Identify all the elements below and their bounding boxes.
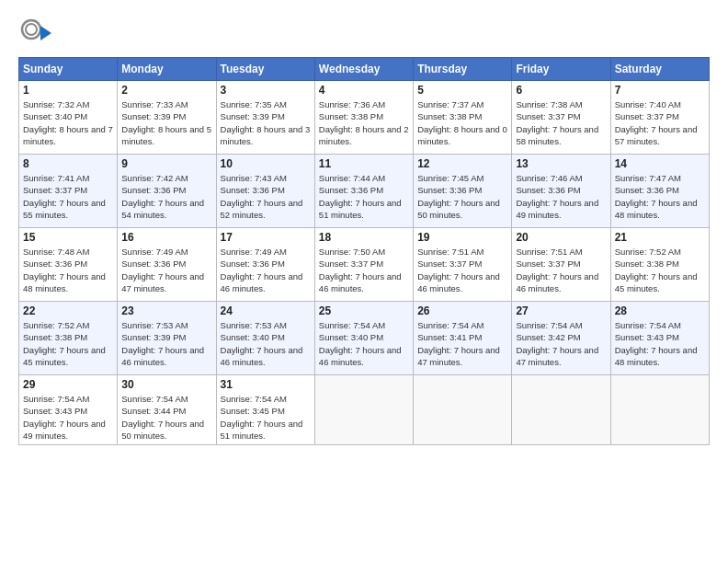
- calendar-cell: 3 Sunrise: 7:35 AMSunset: 3:39 PMDayligh…: [216, 81, 314, 155]
- day-number: 11: [319, 157, 409, 170]
- calendar-cell: 6 Sunrise: 7:38 AMSunset: 3:37 PMDayligh…: [512, 81, 610, 155]
- calendar-cell: 14 Sunrise: 7:47 AMSunset: 3:36 PMDaylig…: [610, 155, 709, 228]
- day-number: 20: [516, 231, 606, 244]
- page: SundayMondayTuesdayWednesdayThursdayFrid…: [0, 0, 728, 563]
- day-number: 28: [615, 304, 705, 317]
- calendar-cell: 26 Sunrise: 7:54 AMSunset: 3:41 PMDaylig…: [414, 302, 512, 375]
- day-info: Sunrise: 7:54 AMSunset: 3:44 PMDaylight:…: [121, 394, 204, 441]
- calendar-cell: 15 Sunrise: 7:48 AMSunset: 3:36 PMDaylig…: [19, 228, 118, 302]
- calendar-cell: 27 Sunrise: 7:54 AMSunset: 3:42 PMDaylig…: [512, 302, 610, 375]
- day-info: Sunrise: 7:43 AMSunset: 3:36 PMDaylight:…: [221, 173, 303, 220]
- day-info: Sunrise: 7:53 AMSunset: 3:39 PMDaylight:…: [121, 320, 204, 367]
- calendar-cell: 13 Sunrise: 7:46 AMSunset: 3:36 PMDaylig…: [512, 155, 610, 228]
- day-number: 12: [417, 157, 507, 170]
- logo-icon: [18, 17, 51, 50]
- calendar-cell: 2 Sunrise: 7:33 AMSunset: 3:39 PMDayligh…: [118, 81, 216, 155]
- weekday-header-row: SundayMondayTuesdayWednesdayThursdayFrid…: [19, 58, 710, 81]
- day-number: 5: [417, 84, 507, 97]
- calendar-cell: 23 Sunrise: 7:53 AMSunset: 3:39 PMDaylig…: [118, 302, 216, 375]
- calendar-cell: 18 Sunrise: 7:50 AMSunset: 3:37 PMDaylig…: [314, 228, 413, 302]
- calendar-cell: 19 Sunrise: 7:51 AMSunset: 3:37 PMDaylig…: [414, 228, 512, 302]
- day-info: Sunrise: 7:52 AMSunset: 3:38 PMDaylight:…: [615, 247, 698, 293]
- day-number: 21: [615, 231, 705, 244]
- day-number: 14: [615, 157, 705, 170]
- day-number: 10: [221, 157, 311, 170]
- day-number: 16: [121, 231, 211, 244]
- day-info: Sunrise: 7:54 AMSunset: 3:41 PMDaylight:…: [417, 320, 500, 367]
- day-info: Sunrise: 7:47 AMSunset: 3:36 PMDaylight:…: [615, 173, 698, 220]
- day-number: 3: [221, 84, 311, 97]
- calendar-cell: [414, 375, 512, 445]
- day-number: 29: [23, 378, 113, 391]
- calendar-cell: 17 Sunrise: 7:49 AMSunset: 3:36 PMDaylig…: [216, 228, 314, 302]
- weekday-header-wednesday: Wednesday: [314, 58, 413, 81]
- day-number: 7: [615, 84, 705, 97]
- weekday-header-thursday: Thursday: [414, 58, 512, 81]
- calendar-cell: 31 Sunrise: 7:54 AMSunset: 3:45 PMDaylig…: [216, 375, 314, 445]
- day-info: Sunrise: 7:38 AMSunset: 3:37 PMDaylight:…: [516, 99, 598, 146]
- calendar-cell: 12 Sunrise: 7:45 AMSunset: 3:36 PMDaylig…: [414, 155, 512, 228]
- day-number: 13: [516, 157, 606, 170]
- day-info: Sunrise: 7:54 AMSunset: 3:43 PMDaylight:…: [23, 394, 106, 441]
- calendar-cell: 8 Sunrise: 7:41 AMSunset: 3:37 PMDayligh…: [19, 155, 118, 228]
- logo: [18, 17, 55, 50]
- header: [18, 17, 710, 50]
- weekday-header-tuesday: Tuesday: [216, 58, 314, 81]
- day-number: 24: [221, 304, 311, 317]
- day-number: 6: [516, 84, 606, 97]
- day-number: 2: [121, 84, 211, 97]
- day-info: Sunrise: 7:41 AMSunset: 3:37 PMDaylight:…: [23, 173, 106, 220]
- day-info: Sunrise: 7:52 AMSunset: 3:38 PMDaylight:…: [23, 320, 106, 367]
- day-number: 4: [319, 84, 409, 97]
- day-info: Sunrise: 7:54 AMSunset: 3:45 PMDaylight:…: [221, 394, 303, 441]
- calendar-cell: 25 Sunrise: 7:54 AMSunset: 3:40 PMDaylig…: [314, 302, 413, 375]
- calendar-cell: 10 Sunrise: 7:43 AMSunset: 3:36 PMDaylig…: [216, 155, 314, 228]
- day-number: 17: [221, 231, 311, 244]
- calendar-cell: 24 Sunrise: 7:53 AMSunset: 3:40 PMDaylig…: [216, 302, 314, 375]
- day-info: Sunrise: 7:53 AMSunset: 3:40 PMDaylight:…: [221, 320, 303, 367]
- calendar-cell: 1 Sunrise: 7:32 AMSunset: 3:40 PMDayligh…: [19, 81, 118, 155]
- day-number: 1: [23, 84, 113, 97]
- day-info: Sunrise: 7:49 AMSunset: 3:36 PMDaylight:…: [121, 247, 204, 293]
- day-number: 31: [221, 378, 311, 391]
- day-info: Sunrise: 7:45 AMSunset: 3:36 PMDaylight:…: [417, 173, 500, 220]
- calendar-cell: [512, 375, 610, 445]
- day-number: 9: [121, 157, 211, 170]
- weekday-header-sunday: Sunday: [19, 58, 118, 81]
- day-info: Sunrise: 7:54 AMSunset: 3:43 PMDaylight:…: [615, 320, 698, 367]
- calendar-cell: 28 Sunrise: 7:54 AMSunset: 3:43 PMDaylig…: [610, 302, 709, 375]
- calendar-cell: [314, 375, 413, 445]
- day-number: 27: [516, 304, 606, 317]
- weekday-header-monday: Monday: [118, 58, 216, 81]
- day-number: 26: [417, 304, 507, 317]
- day-info: Sunrise: 7:37 AMSunset: 3:38 PMDaylight:…: [417, 99, 507, 146]
- calendar-cell: 7 Sunrise: 7:40 AMSunset: 3:37 PMDayligh…: [610, 81, 709, 155]
- day-number: 8: [23, 157, 113, 170]
- day-info: Sunrise: 7:51 AMSunset: 3:37 PMDaylight:…: [417, 247, 500, 293]
- day-number: 25: [319, 304, 409, 317]
- calendar-cell: 20 Sunrise: 7:51 AMSunset: 3:37 PMDaylig…: [512, 228, 610, 302]
- calendar-cell: [610, 375, 709, 445]
- day-info: Sunrise: 7:44 AMSunset: 3:36 PMDaylight:…: [319, 173, 402, 220]
- weekday-header-saturday: Saturday: [610, 58, 709, 81]
- weekday-header-friday: Friday: [512, 58, 610, 81]
- day-info: Sunrise: 7:48 AMSunset: 3:36 PMDaylight:…: [23, 247, 106, 293]
- calendar-cell: 11 Sunrise: 7:44 AMSunset: 3:36 PMDaylig…: [314, 155, 413, 228]
- day-number: 18: [319, 231, 409, 244]
- day-info: Sunrise: 7:50 AMSunset: 3:37 PMDaylight:…: [319, 247, 402, 293]
- day-info: Sunrise: 7:49 AMSunset: 3:36 PMDaylight:…: [221, 247, 303, 293]
- day-info: Sunrise: 7:51 AMSunset: 3:37 PMDaylight:…: [516, 247, 598, 293]
- day-info: Sunrise: 7:42 AMSunset: 3:36 PMDaylight:…: [121, 173, 204, 220]
- calendar-cell: 29 Sunrise: 7:54 AMSunset: 3:43 PMDaylig…: [19, 375, 118, 445]
- svg-point-1: [26, 24, 37, 35]
- day-info: Sunrise: 7:33 AMSunset: 3:39 PMDaylight:…: [121, 99, 211, 146]
- calendar-cell: 16 Sunrise: 7:49 AMSunset: 3:36 PMDaylig…: [118, 228, 216, 302]
- day-info: Sunrise: 7:46 AMSunset: 3:36 PMDaylight:…: [516, 173, 598, 220]
- day-info: Sunrise: 7:54 AMSunset: 3:42 PMDaylight:…: [516, 320, 598, 367]
- calendar-table: SundayMondayTuesdayWednesdayThursdayFrid…: [18, 57, 710, 445]
- day-info: Sunrise: 7:35 AMSunset: 3:39 PMDaylight:…: [221, 99, 311, 146]
- calendar-cell: 21 Sunrise: 7:52 AMSunset: 3:38 PMDaylig…: [610, 228, 709, 302]
- day-number: 15: [23, 231, 113, 244]
- day-number: 23: [121, 304, 211, 317]
- calendar-cell: 4 Sunrise: 7:36 AMSunset: 3:38 PMDayligh…: [314, 81, 413, 155]
